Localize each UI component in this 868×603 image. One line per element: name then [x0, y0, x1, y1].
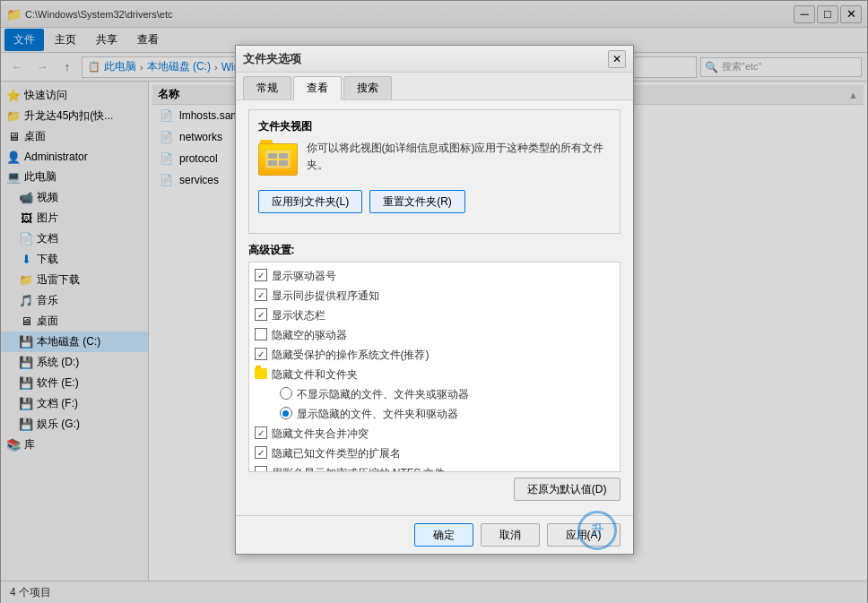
apply-to-folders-button[interactable]: 应用到文件夹(L) — [258, 190, 363, 213]
setting-label-hide-extensions: 隐藏已知文件类型的扩展名 — [272, 445, 401, 461]
view-section: 文件夹视图 你可以将此 — [248, 109, 621, 234]
setting-label-show-hidden: 显示隐藏的文件、文件夹和驱动器 — [297, 406, 458, 422]
view-description: 你可以将此视图(如详细信息或图标)应用于这种类型的所有文件夹。 — [307, 140, 611, 174]
radio-show-hidden[interactable] — [280, 407, 292, 419]
checkbox-hide-folder-merge[interactable] — [255, 426, 267, 439]
folder-body — [258, 143, 298, 176]
grid-cell-1 — [268, 153, 277, 159]
setting-color-encrypted[interactable]: 用彩色显示加密或压缩的 NTFS 文件 — [249, 463, 620, 472]
dialog-tabs: 常规 查看 搜索 — [236, 73, 633, 100]
setting-hide-folder-merge[interactable]: 隐藏文件夹合并冲突 — [249, 424, 620, 444]
dialog-overlay: 文件夹选项 ✕ 常规 查看 搜索 文件夹视图 — [0, 0, 868, 603]
checkbox-color-encrypted[interactable] — [255, 466, 267, 472]
checkbox-hide-empty-drives[interactable] — [255, 328, 267, 340]
setting-label-color-encrypted: 用彩色显示加密或压缩的 NTFS 文件 — [272, 465, 446, 472]
setting-label-hide-protected-os: 隐藏受保护的操作系统文件(推荐) — [272, 347, 430, 363]
advanced-settings-label: 高级设置: — [248, 243, 621, 258]
cancel-button[interactable]: 取消 — [481, 523, 540, 547]
grid-cell-2 — [279, 153, 288, 159]
setting-label-show-drive-letter: 显示驱动器号 — [272, 268, 336, 284]
apply-buttons: 应用到文件夹(L) 重置文件夹(R) — [258, 190, 611, 213]
setting-label-not-show-hidden: 不显示隐藏的文件、文件夹或驱动器 — [297, 386, 469, 402]
dialog-tab-search[interactable]: 搜索 — [343, 76, 392, 99]
watermark-circle: 升 — [577, 511, 617, 550]
setting-label-show-sync-notify: 显示同步提供程序通知 — [272, 288, 379, 304]
checkbox-hide-protected-os[interactable] — [255, 348, 267, 360]
setting-label-show-statusbar: 显示状态栏 — [272, 307, 326, 323]
settings-list[interactable]: 显示驱动器号 显示同步提供程序通知 显示状态栏 隐藏空的驱动器 — [248, 262, 621, 472]
setting-show-statusbar[interactable]: 显示状态栏 — [249, 306, 620, 325]
checkbox-hide-extensions[interactable] — [255, 446, 267, 459]
setting-radio-not-show-hidden[interactable]: 不显示隐藏的文件、文件夹或驱动器 — [249, 384, 620, 404]
setting-hide-protected-os[interactable]: 隐藏受保护的操作系统文件(推荐) — [249, 345, 620, 365]
view-section-content: 你可以将此视图(如详细信息或图标)应用于这种类型的所有文件夹。 — [258, 140, 611, 179]
restore-default-button[interactable]: 还原为默认值(D) — [514, 478, 621, 501]
folder-options-dialog: 文件夹选项 ✕ 常规 查看 搜索 文件夹视图 — [235, 45, 634, 555]
checkbox-show-drive-letter[interactable] — [255, 269, 267, 281]
setting-hidden-files-folder: 隐藏文件和文件夹 — [249, 365, 620, 384]
ok-button[interactable]: 确定 — [414, 523, 473, 547]
dialog-tab-general[interactable]: 常规 — [243, 76, 291, 99]
checkbox-show-sync-notify[interactable] — [255, 289, 267, 301]
dialog-title: 文件夹选项 — [243, 51, 301, 67]
watermark-logo: 升 — [570, 513, 624, 548]
dialog-content: 文件夹视图 你可以将此 — [236, 100, 633, 515]
view-section-label: 文件夹视图 — [258, 119, 611, 134]
dialog-tab-view[interactable]: 查看 — [293, 76, 342, 100]
setting-show-sync-notify[interactable]: 显示同步提供程序通知 — [249, 286, 620, 306]
setting-hide-empty-drives[interactable]: 隐藏空的驱动器 — [249, 325, 620, 345]
default-btn-row: 还原为默认值(D) — [248, 478, 621, 501]
reset-folders-button[interactable]: 重置文件夹(R) — [369, 190, 465, 213]
folder-small-hidden-files — [255, 368, 267, 379]
setting-label-hide-folder-merge: 隐藏文件夹合并冲突 — [272, 426, 369, 442]
dialog-close-button[interactable]: ✕ — [608, 50, 626, 68]
radio-not-show-hidden[interactable] — [280, 387, 292, 400]
setting-label-hidden-files-folder: 隐藏文件和文件夹 — [272, 366, 358, 383]
setting-label-hide-empty-drives: 隐藏空的驱动器 — [272, 327, 347, 343]
grid-cell-3 — [268, 160, 277, 166]
setting-hide-extensions[interactable]: 隐藏已知文件类型的扩展名 — [249, 444, 620, 463]
dialog-bottom-buttons: 确定 取消 应用(A) 升 — [236, 515, 633, 554]
checkbox-show-statusbar[interactable] — [255, 308, 267, 321]
grid-cell-4 — [279, 160, 288, 166]
folder-preview — [258, 140, 298, 179]
dialog-title-bar: 文件夹选项 ✕ — [236, 46, 633, 73]
setting-show-drive-letter[interactable]: 显示驱动器号 — [249, 266, 620, 286]
setting-radio-show-hidden[interactable]: 显示隐藏的文件、文件夹和驱动器 — [249, 404, 620, 424]
folder-preview-grid — [265, 151, 291, 168]
